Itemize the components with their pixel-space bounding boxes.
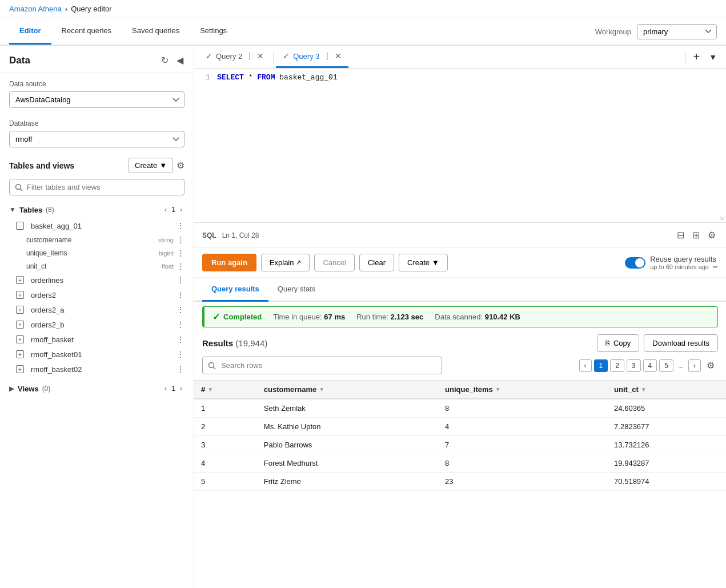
- data-scanned-value: 910.42 KB: [485, 313, 520, 321]
- table-item-rmoff-basket02[interactable]: + rmoff_basket02 ⋮: [0, 362, 194, 377]
- table-more-icon[interactable]: ⋮: [177, 350, 184, 359]
- table-item-orders2-b[interactable]: + orders2_b ⋮: [0, 317, 194, 332]
- col-header-unit-ct[interactable]: unit_ct ▼: [607, 381, 726, 399]
- sort-icon: ▼: [495, 386, 501, 393]
- editor-resize-handle[interactable]: ⇲: [717, 213, 726, 222]
- expand-icon: +: [16, 276, 24, 284]
- table-more-icon[interactable]: ⋮: [177, 335, 184, 344]
- table-more-icon[interactable]: ⋮: [177, 221, 184, 230]
- reuse-toggle[interactable]: [625, 257, 645, 269]
- table-item-orderlines[interactable]: + orderlines ⋮: [0, 273, 194, 287]
- clear-button[interactable]: Clear: [359, 254, 394, 271]
- tables-prev-btn[interactable]: ‹: [162, 205, 169, 215]
- tab-settings[interactable]: Settings: [190, 18, 237, 45]
- create-table-button[interactable]: Create ▼: [129, 158, 173, 173]
- time-in-queue-label: Time in queue:: [273, 313, 322, 321]
- table-more-icon[interactable]: ⋮: [177, 305, 184, 314]
- query3-status-icon: ✓: [283, 51, 290, 61]
- tables-nav: ‹ 1 ›: [162, 205, 184, 215]
- workgroup-select[interactable]: primary: [637, 24, 717, 39]
- pagination-page-1[interactable]: 1: [594, 359, 608, 372]
- copy-button[interactable]: ⎘ Copy: [597, 334, 639, 352]
- edit-icon[interactable]: ✏: [713, 263, 718, 270]
- tables-settings-icon[interactable]: ⚙: [177, 160, 184, 171]
- code-editor[interactable]: 1 SELECT * FROM basket_agg_01 ⇲: [194, 69, 726, 223]
- breadcrumb: Amazon Athena › Query editor: [0, 0, 726, 18]
- views-nav: ‹ 1 ›: [162, 383, 184, 394]
- data-source-section: Data source AwsDataCatalog: [0, 73, 194, 113]
- query3-more-icon[interactable]: ⋮: [323, 51, 331, 61]
- pagination-page-2[interactable]: 2: [610, 359, 624, 372]
- query-tab-2[interactable]: ✓ Query 2 ⋮ ✕: [199, 46, 271, 68]
- query2-more-icon[interactable]: ⋮: [246, 51, 254, 61]
- query2-close-icon[interactable]: ✕: [257, 51, 264, 61]
- tables-group-header[interactable]: ▼ Tables (8) ‹ 1 ›: [0, 201, 194, 218]
- sort-icon: ▼: [319, 386, 324, 393]
- results-tab-query-stats[interactable]: Query stats: [268, 278, 324, 302]
- query-tab-3[interactable]: ✓ Query 3 ⋮ ✕: [276, 46, 348, 68]
- search-rows-input[interactable]: [202, 357, 442, 374]
- views-group-header[interactable]: ▶ Views (0) ‹ 1 ›: [0, 380, 194, 397]
- column-more-icon[interactable]: ⋮: [177, 235, 184, 244]
- views-prev-btn[interactable]: ‹: [162, 383, 169, 394]
- results-tab-query-results[interactable]: Query results: [202, 278, 268, 302]
- data-source-select[interactable]: AwsDataCatalog: [9, 91, 184, 108]
- editor-settings-icon[interactable]: ⚙: [705, 227, 718, 243]
- create-button[interactable]: Create ▼: [399, 254, 448, 271]
- tab-saved-queries[interactable]: Saved queries: [122, 18, 190, 45]
- refresh-icon[interactable]: ↻: [160, 54, 170, 67]
- table-item-rmoff-basket01[interactable]: + rmoff_basket01 ⋮: [0, 347, 194, 362]
- tab-recent-queries[interactable]: Recent queries: [51, 18, 122, 45]
- reuse-sub: up to 60 minutes ago ✏: [650, 263, 718, 271]
- table-item-orders2-a[interactable]: + orders2_a ⋮: [0, 302, 194, 317]
- column-more-icon[interactable]: ⋮: [177, 249, 184, 257]
- breadcrumb-home-link[interactable]: Amazon Athena: [9, 5, 62, 13]
- pagination-page-5[interactable]: 5: [659, 359, 673, 372]
- tab-editor[interactable]: Editor: [9, 18, 51, 45]
- explain-button[interactable]: Explain ↗: [261, 254, 310, 271]
- col-header-num[interactable]: # ▼: [194, 381, 257, 399]
- table-more-icon[interactable]: ⋮: [177, 365, 184, 374]
- explain-label: Explain: [270, 258, 294, 267]
- cancel-button[interactable]: Cancel: [314, 254, 354, 271]
- breadcrumb-separator: ›: [65, 5, 67, 13]
- views-group-count: (0): [42, 385, 51, 393]
- reuse-label: Reuse query results: [650, 255, 718, 263]
- table-more-icon[interactable]: ⋮: [177, 275, 184, 285]
- collapse-sidebar-icon[interactable]: ◀: [175, 54, 184, 67]
- copy-icon: ⎘: [605, 339, 610, 347]
- run-again-button[interactable]: Run again: [202, 254, 256, 271]
- cell-unit_ct: 7.2823677: [607, 418, 726, 436]
- table-item-rmoff-basket[interactable]: + rmoff_basket ⋮: [0, 332, 194, 347]
- database-select[interactable]: rmoff: [9, 131, 184, 147]
- column-item-unique-items: unique_items bigint ⋮: [0, 246, 194, 259]
- pagination-page-3[interactable]: 3: [627, 359, 641, 372]
- filter-tables-input[interactable]: [9, 179, 184, 195]
- sidebar-icons: ↻ ◀: [160, 54, 184, 67]
- download-results-button[interactable]: Download results: [644, 334, 718, 352]
- expand-icon: +: [16, 335, 24, 343]
- query-tabs-dropdown-button[interactable]: ▼: [704, 50, 721, 64]
- data-scanned: Data scanned: 910.42 KB: [435, 313, 520, 321]
- col-header-customername[interactable]: customername ▼: [257, 381, 438, 399]
- query3-close-icon[interactable]: ✕: [335, 51, 342, 61]
- column-more-icon[interactable]: ⋮: [177, 262, 184, 270]
- table-item-basket-agg-01[interactable]: − basket_agg_01 ⋮: [0, 218, 194, 233]
- pagination-prev-btn[interactable]: ‹: [579, 359, 592, 372]
- views-next-btn[interactable]: ›: [178, 383, 184, 394]
- table-more-icon[interactable]: ⋮: [177, 320, 184, 329]
- tables-next-btn[interactable]: ›: [178, 205, 184, 215]
- pagination-page-4[interactable]: 4: [643, 359, 657, 372]
- pagination-next-btn[interactable]: ›: [688, 359, 701, 372]
- table-more-icon[interactable]: ⋮: [177, 290, 184, 299]
- col-header-unique-items[interactable]: unique_items ▼: [438, 381, 607, 399]
- table-item-orders2[interactable]: + orders2 ⋮: [0, 287, 194, 302]
- tables-group-name: Tables: [19, 206, 42, 214]
- query-tabs: ✓ Query 2 ⋮ ✕ ✓ Query 3 ⋮ ✕ + ▼: [194, 46, 726, 69]
- table-view-icon[interactable]: ⊞: [690, 227, 702, 243]
- keyword-from: FROM: [257, 73, 275, 82]
- column-item-unit-ct: unit_ct float ⋮: [0, 259, 194, 273]
- format-icon[interactable]: ⊟: [675, 227, 687, 243]
- pagination-settings-icon[interactable]: ⚙: [703, 359, 718, 372]
- add-query-tab-button[interactable]: +: [688, 48, 704, 66]
